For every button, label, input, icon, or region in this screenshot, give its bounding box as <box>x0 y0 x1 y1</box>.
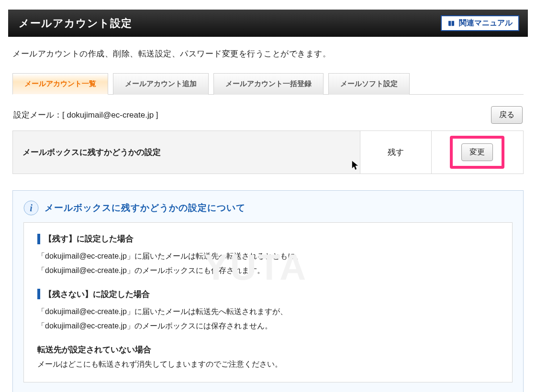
change-button[interactable]: 変更 <box>461 143 493 161</box>
case1-heading-text: 【残す】に設定した場合 <box>44 233 134 244</box>
setting-mail-label: 設定メール：[ dokujimail@ec-create.jp ] <box>13 109 158 120</box>
case3-text: メールはどこにも転送されず消失してしまいますのでご注意ください。 <box>37 357 499 371</box>
case3-heading: 転送先が設定されていない場合 <box>37 344 499 355</box>
tab-mail-account-add[interactable]: メールアカウント追加 <box>113 73 209 95</box>
info-body: 【残す】に設定した場合 「dokujimail@ec-create.jp」に届い… <box>23 222 513 382</box>
svg-text:i: i <box>30 203 33 213</box>
case2-text: 「dokujimail@ec-create.jp」に届いたメールは転送先へ転送さ… <box>37 305 499 334</box>
tab-mail-account-list[interactable]: メールアカウント一覧 <box>12 73 108 95</box>
row-action: 変更 <box>431 131 523 174</box>
heading-bar-icon <box>37 234 40 244</box>
heading-bar-icon <box>37 289 40 299</box>
setting-mail-suffix: ] <box>154 110 158 120</box>
info-title: メールボックスに残すかどうかの設定について <box>45 202 246 214</box>
back-button[interactable]: 戻る <box>491 106 523 124</box>
info-icon: i <box>23 200 39 216</box>
related-manual-button[interactable]: 関連マニュアル <box>441 15 519 31</box>
case1-heading: 【残す】に設定した場合 <box>37 233 499 244</box>
page-title: メールアカウント設定 <box>19 16 132 31</box>
setting-mail-prefix: 設定メール：[ <box>13 110 67 120</box>
settings-table: メールボックスに残すかどうかの設定 残す 変更 <box>12 131 524 174</box>
page-header: メールアカウント設定 関連マニュアル <box>8 10 528 37</box>
tab-mail-software-settings[interactable]: メールソフト設定 <box>328 73 410 95</box>
row-label: メールボックスに残すかどうかの設定 <box>13 131 360 174</box>
row-value: 残す <box>360 131 431 174</box>
tab-bar: メールアカウント一覧 メールアカウント追加 メールアカウント一括登録 メールソフ… <box>12 73 524 95</box>
highlight-frame: 変更 <box>450 136 504 169</box>
related-manual-label: 関連マニュアル <box>459 18 513 28</box>
info-panel: i メールボックスに残すかどうかの設定について 【残す】に設定した場合 「dok… <box>12 190 524 392</box>
table-row: メールボックスに残すかどうかの設定 残す 変更 <box>13 131 524 174</box>
case2-heading-text: 【残さない】に設定した場合 <box>44 289 150 300</box>
setting-mail-address: dokujimail@ec-create.jp <box>67 110 154 120</box>
tab-mail-account-bulk[interactable]: メールアカウント一括登録 <box>213 73 324 95</box>
case1-text: 「dokujimail@ec-create.jp」に届いたメールは転送先へ転送さ… <box>37 249 499 278</box>
book-icon <box>447 20 455 27</box>
page-description: メールアカウントの作成、削除、転送設定、パスワード変更を行うことができます。 <box>12 48 524 59</box>
case2-heading: 【残さない】に設定した場合 <box>37 289 499 300</box>
